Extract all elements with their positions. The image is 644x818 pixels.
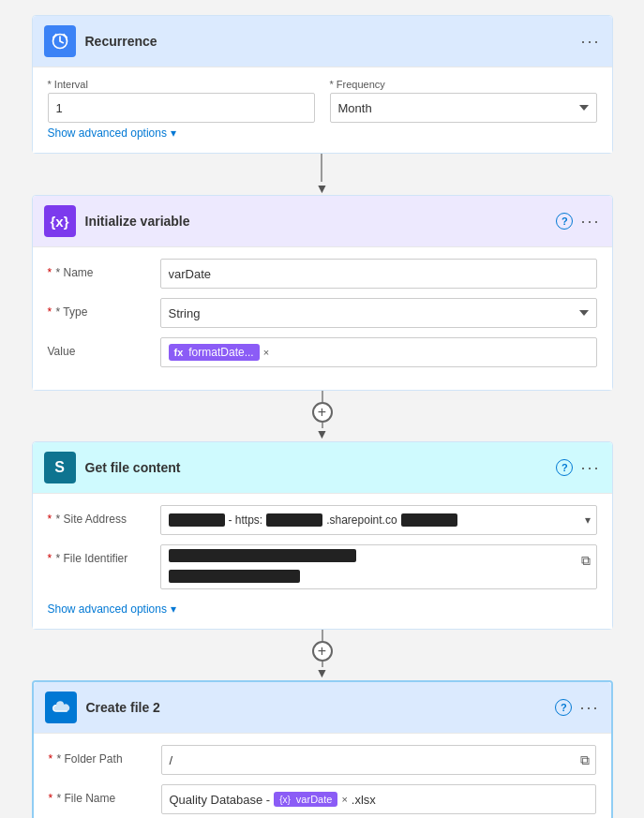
site-address-redacted-1 — [169, 513, 225, 527]
format-date-token: fx formatDate... — [169, 344, 260, 361]
recurrence-actions: ··· — [580, 32, 600, 52]
chevron-down-icon-2: ▾ — [171, 602, 176, 616]
frequency-select[interactable]: Month — [330, 93, 597, 123]
get-file-show-advanced[interactable]: Show advanced options ▾ — [48, 599, 597, 616]
site-address-value: - https: .sharepoint.co ▾ — [160, 505, 597, 535]
folder-icon: ⧉ — [580, 752, 590, 768]
name-value — [160, 259, 597, 289]
folder-path-token-box[interactable]: / ⧉ — [161, 745, 596, 775]
format-date-token-close[interactable]: × — [263, 347, 269, 358]
connector-line-1 — [321, 154, 322, 182]
value-field: fx formatDate... × — [160, 337, 597, 367]
arrow-down-2: ▼ — [316, 426, 329, 441]
file-name-row: * * File Name Quality Database - {x} var… — [49, 784, 596, 814]
get-file-help-button[interactable]: ? — [556, 459, 573, 476]
recurrence-more-button[interactable]: ··· — [580, 32, 600, 52]
arrow-down-1: ▼ — [316, 182, 329, 195]
frequency-label: * Frequency — [330, 79, 597, 90]
folder-path-value: / ⧉ — [161, 745, 596, 775]
name-input[interactable] — [160, 259, 597, 289]
file-identifier-label: * * File Identifier — [48, 544, 160, 565]
file-identifier-token-box[interactable]: ⧉ — [160, 544, 597, 589]
init-variable-help-button[interactable]: ? — [556, 213, 573, 230]
site-address-label: * * Site Address — [48, 505, 160, 526]
recurrence-title: Recurrence — [85, 34, 581, 49]
file-name-value: Quality Database - {x} varDate × .xlsx — [161, 784, 596, 814]
init-variable-more-button[interactable]: ··· — [580, 212, 600, 231]
get-file-body: * * Site Address - https: .sharepoint.co… — [33, 493, 612, 629]
name-label: * * Name — [48, 259, 160, 279]
create-file-help-button[interactable]: ? — [555, 699, 572, 716]
init-variable-card: {x} Initialize variable ? ··· * * Name *… — [32, 195, 613, 391]
recurrence-show-advanced[interactable]: Show advanced options ▾ — [48, 123, 597, 140]
folder-path-row: * * Folder Path / ⧉ — [49, 745, 596, 775]
get-file-title: Get file content — [85, 460, 557, 475]
init-variable-body: * * Name * * Type String Value — [33, 246, 612, 390]
file-name-suffix: .xlsx — [352, 793, 376, 807]
add-step-button-2[interactable]: + — [312, 641, 333, 662]
folder-path-label: * * Folder Path — [49, 745, 161, 766]
create-file-title: Create file 2 — [86, 700, 556, 715]
create-file-card: Create file 2 ? ··· * * Folder Path / ⧉ — [32, 680, 613, 818]
recurrence-card: Recurrence ··· * Interval * Frequency Mo… — [32, 15, 613, 154]
site-address-row: * * Site Address - https: .sharepoint.co… — [48, 505, 597, 535]
file-identifier-value: ⧉ — [160, 544, 597, 589]
folder-path-text: / — [170, 753, 173, 767]
file-id-redacted-1 — [169, 549, 356, 562]
site-address-token-box[interactable]: - https: .sharepoint.co ▾ — [160, 505, 597, 535]
create-file-actions: ? ··· — [555, 698, 599, 718]
get-file-card: S Get file content ? ··· * * Site Addres… — [32, 441, 613, 630]
create-file-more-button[interactable]: ··· — [579, 698, 599, 718]
recurrence-fields: * Interval * Frequency Month — [48, 79, 597, 123]
vardate-token: {x} varDate — [274, 792, 337, 807]
connector-line-3a — [322, 630, 323, 641]
init-variable-header: {x} Initialize variable ? ··· — [33, 196, 612, 246]
flow-canvas: Recurrence ··· * Interval * Frequency Mo… — [15, 15, 629, 818]
onedrive-icon-1 — [45, 692, 77, 723]
file-name-prefix: Quality Database - — [170, 793, 271, 807]
type-row: * * Type String — [48, 298, 597, 328]
file-id-redacted-2 — [169, 570, 300, 583]
init-variable-title: Initialize variable — [85, 214, 557, 229]
arrow-down-3: ▼ — [316, 665, 329, 680]
type-select[interactable]: String — [160, 298, 597, 328]
sharepoint-icon: S — [44, 452, 76, 483]
recurrence-body: * Interval * Frequency Month Show advanc… — [33, 67, 612, 153]
interval-input[interactable] — [48, 93, 315, 123]
get-file-actions: ? ··· — [556, 458, 600, 478]
get-file-header: S Get file content ? ··· — [33, 442, 612, 493]
type-label: * * Type — [48, 298, 160, 319]
file-name-label: * * File Name — [49, 784, 161, 805]
frequency-col: * Frequency Month — [330, 79, 597, 123]
interval-col: * Interval — [48, 79, 315, 123]
connector-line-2a — [322, 391, 323, 402]
value-token-box[interactable]: fx formatDate... × — [160, 337, 597, 367]
type-value: String — [160, 298, 597, 328]
interval-label: * Interval — [48, 79, 315, 90]
get-file-more-button[interactable]: ··· — [580, 458, 600, 478]
name-row: * * Name — [48, 259, 597, 289]
variable-icon: {x} — [44, 205, 76, 237]
chevron-down-icon: ▾ — [171, 126, 176, 140]
file-name-token-box[interactable]: Quality Database - {x} varDate × .xlsx — [161, 784, 596, 814]
connector-3: + ▼ — [312, 630, 333, 680]
recurrence-header: Recurrence ··· — [33, 16, 612, 67]
init-variable-actions: ? ··· — [556, 212, 600, 231]
create-file-header: Create file 2 ? ··· — [34, 682, 611, 733]
connector-2: + ▼ — [312, 391, 333, 441]
add-step-button-1[interactable]: + — [312, 402, 333, 423]
create-file-body: * * Folder Path / ⧉ * * File Name Qualit… — [34, 733, 611, 818]
vardate-token-close[interactable]: × — [341, 794, 347, 805]
value-label: Value — [48, 337, 160, 358]
value-row: Value fx formatDate... × — [48, 337, 597, 367]
recurrence-icon — [44, 25, 76, 57]
connector-1: ▼ — [316, 154, 329, 195]
site-address-redacted-2 — [266, 513, 322, 527]
site-address-redacted-3 — [401, 513, 457, 527]
file-identifier-row: * * File Identifier ⧉ — [48, 544, 597, 589]
